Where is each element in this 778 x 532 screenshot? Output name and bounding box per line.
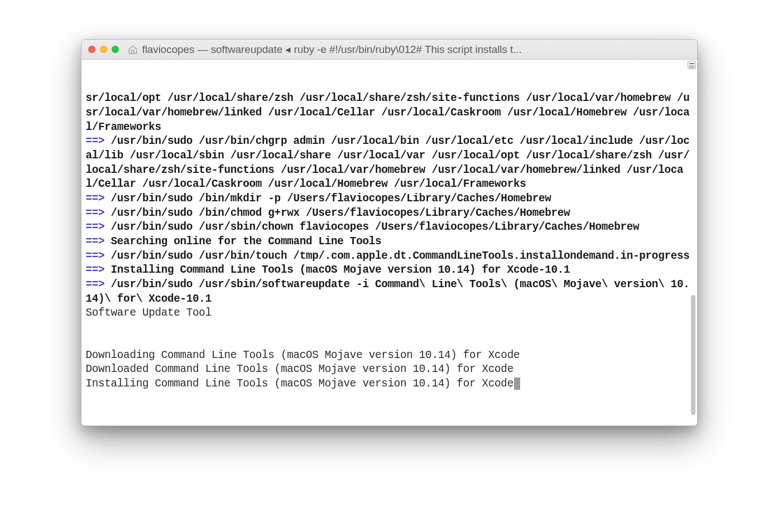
- arrow-prefix: ==>: [86, 221, 105, 233]
- terminal-line: ==> /usr/bin/sudo /usr/bin/chgrp admin /…: [86, 134, 693, 192]
- cursor: [514, 378, 520, 390]
- terminal-line: ==> /usr/bin/sudo /usr/sbin/softwareupda…: [86, 278, 693, 306]
- titlebar[interactable]: flaviocopes — softwareupdate ◂ ruby -e #…: [81, 40, 697, 60]
- terminal-text: Software Update Tool: [86, 307, 212, 319]
- terminal-line: ==> /usr/bin/sudo /bin/chmod g+rwx /User…: [86, 206, 693, 221]
- terminal-line: ==> Installing Command Line Tools (macOS…: [86, 263, 693, 278]
- home-icon: [128, 45, 138, 55]
- terminal-line: ==> /usr/bin/sudo /bin/mkdir -p /Users/f…: [86, 192, 693, 206]
- terminal-text: Searching online for the Command Line To…: [104, 235, 381, 248]
- terminal-text: Downloading Command Line Tools (macOS Mo…: [86, 349, 520, 361]
- terminal-text: sr/local/opt /usr/local/share/zsh /usr/l…: [86, 92, 690, 133]
- traffic-lights: [88, 46, 119, 53]
- terminal-text: Installing Command Line Tools (macOS Moj…: [104, 264, 570, 276]
- terminal-line: ==> /usr/bin/sudo /usr/bin/touch /tmp/.c…: [86, 249, 693, 264]
- close-button[interactable]: [88, 46, 95, 53]
- terminal-text: /usr/bin/sudo /usr/sbin/softwareupdate -…: [86, 278, 690, 305]
- terminal-line: Software Update Tool: [86, 306, 693, 321]
- terminal-text: /usr/bin/sudo /bin/mkdir -p /Users/flavi…: [104, 192, 551, 205]
- terminal-output[interactable]: sr/local/opt /usr/local/share/zsh /usr/l…: [81, 60, 697, 425]
- terminal-line: Installing Command Line Tools (macOS Moj…: [86, 377, 693, 391]
- terminal-window: flaviocopes — softwareupdate ◂ ruby -e #…: [81, 39, 698, 426]
- scrollbar[interactable]: [688, 61, 696, 424]
- scroll-thumb[interactable]: [691, 295, 695, 415]
- scroll-menu-button[interactable]: [688, 61, 696, 69]
- window-title: flaviocopes — softwareupdate ◂ ruby -e #…: [142, 43, 690, 56]
- terminal-line: sr/local/opt /usr/local/share/zsh /usr/l…: [86, 91, 693, 134]
- arrow-prefix: ==>: [86, 235, 105, 248]
- terminal-text: /usr/bin/sudo /usr/bin/touch /tmp/.com.a…: [104, 250, 689, 262]
- terminal-text: Downloaded Command Line Tools (macOS Moj…: [86, 363, 513, 375]
- terminal-line: Downloading Command Line Tools (macOS Mo…: [86, 349, 693, 363]
- arrow-prefix: ==>: [86, 250, 105, 262]
- terminal-line: Downloaded Command Line Tools (macOS Moj…: [86, 362, 693, 377]
- terminal-line: ==> Searching online for the Command Lin…: [86, 235, 693, 249]
- arrow-prefix: ==>: [86, 207, 105, 219]
- terminal-line: ==> /usr/bin/sudo /usr/sbin/chown flavio…: [86, 220, 693, 235]
- arrow-prefix: ==>: [86, 192, 105, 205]
- terminal-line: [86, 321, 693, 335]
- terminal-text: /usr/bin/sudo /usr/bin/chgrp admin /usr/…: [86, 135, 690, 190]
- arrow-prefix: ==>: [86, 264, 105, 276]
- terminal-text: Installing Command Line Tools (macOS Moj…: [86, 378, 513, 390]
- terminal-line: [86, 335, 693, 349]
- terminal-text: /usr/bin/sudo /bin/chmod g+rwx /Users/fl…: [104, 207, 570, 219]
- zoom-button[interactable]: [112, 46, 119, 53]
- arrow-prefix: ==>: [86, 278, 105, 291]
- minimize-button[interactable]: [100, 46, 107, 53]
- terminal-text: /usr/bin/sudo /usr/sbin/chown flaviocope…: [104, 221, 639, 233]
- arrow-prefix: ==>: [86, 135, 105, 147]
